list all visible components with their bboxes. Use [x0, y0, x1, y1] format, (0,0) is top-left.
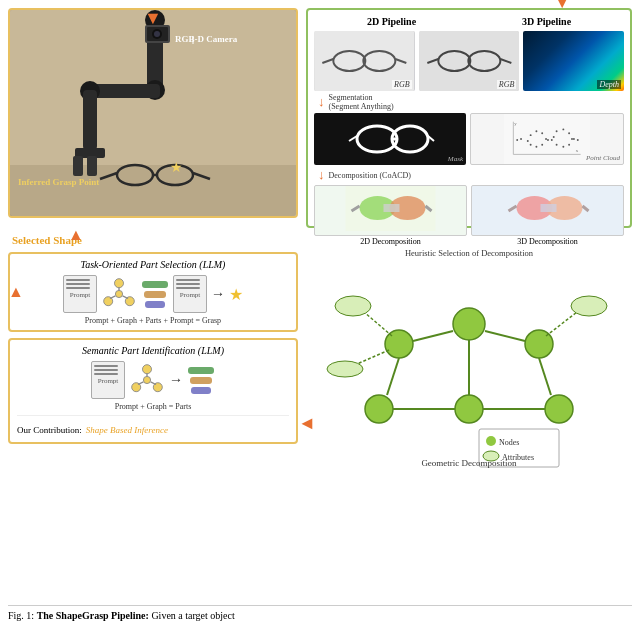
svg-point-61 [547, 139, 549, 141]
prompt-lines-2 [176, 279, 204, 289]
prompt-line [176, 283, 200, 285]
left-panels: ▲ Selected Shape ▲ Task-Oriented Part Se… [8, 234, 298, 524]
svg-text:Inferred Grasp Point: Inferred Grasp Point [18, 177, 99, 187]
svg-point-95 [453, 308, 485, 340]
task-parts-icon [141, 276, 169, 312]
part-bar-3 [145, 301, 165, 308]
svg-point-49 [545, 138, 547, 140]
semantic-prompt-lines [94, 365, 122, 375]
mask-cloud-row: Mask [314, 113, 624, 165]
svg-point-64 [516, 139, 518, 141]
svg-line-112 [546, 312, 577, 336]
part-bar-1 [142, 281, 168, 288]
depth-image: Depth [523, 31, 624, 91]
svg-point-57 [571, 138, 573, 140]
svg-line-110 [357, 350, 389, 364]
fig-bold-title: The ShapeGrasp Pipeline: [37, 610, 149, 621]
sem-part-bar-3 [191, 387, 211, 394]
svg-point-88 [143, 365, 152, 374]
task-graph-icon [101, 276, 137, 312]
svg-point-58 [568, 144, 570, 146]
svg-rect-72 [384, 204, 400, 212]
contribution-italic: Shape Based Inference [86, 425, 168, 435]
segmentation-row: ↓ Segmentation (Segment Anything) [314, 93, 624, 111]
svg-point-56 [568, 132, 570, 134]
prompt-line [66, 287, 90, 289]
svg-rect-7 [83, 90, 97, 150]
semantic-prompt-card: Prompt [91, 361, 125, 399]
main-container: ★ Inferred Grasp Point RGB-D Camera ▼ ▼ … [0, 0, 640, 625]
svg-point-46 [530, 134, 532, 136]
svg-line-105 [539, 358, 551, 395]
point-cloud-image: x y Point Cloud [470, 113, 624, 165]
svg-text:RGB-D Camera: RGB-D Camera [175, 34, 238, 44]
semantic-prompt-text: Prompt [94, 377, 122, 385]
svg-point-60 [556, 144, 558, 146]
svg-rect-0 [10, 165, 298, 218]
contribution-text: Our Contribution: [17, 425, 82, 435]
svg-line-102 [485, 331, 525, 341]
prompt-line [66, 283, 90, 285]
rgb-3d-label: RGB [497, 80, 517, 89]
left-orange-arrow: ◄ [298, 413, 316, 434]
svg-point-109 [335, 296, 371, 316]
svg-point-63 [520, 138, 522, 140]
svg-point-45 [527, 140, 529, 142]
sem-part-bar-1 [188, 367, 214, 374]
selected-shape-row: ▲ Selected Shape [8, 234, 298, 246]
up-arrow: ▲ [68, 226, 84, 244]
semantic-panel-content: Prompt → [17, 361, 289, 399]
depth-label: Depth [597, 80, 621, 89]
prompt-line [94, 365, 118, 367]
mask-image: Mask [314, 113, 466, 165]
decomp-arrow-row: ↓ Decomposition (CoACD) [314, 167, 624, 183]
pipeline-header: 2D Pipeline 3D Pipeline [314, 16, 624, 27]
rgb-images-row: RGB RGB Depth [314, 31, 624, 91]
svg-point-113 [571, 296, 607, 316]
contribution-row: Our Contribution: Shape Based Inference [17, 415, 289, 437]
svg-point-62 [551, 139, 553, 141]
semantic-parts-icon [187, 362, 215, 398]
svg-text:Nodes: Nodes [499, 438, 519, 447]
decomp-arrow: ↓ [318, 167, 325, 183]
svg-point-111 [327, 361, 363, 377]
decomp-3d-svg [472, 186, 623, 231]
svg-point-65 [573, 138, 575, 140]
svg-point-97 [525, 330, 553, 358]
svg-point-99 [455, 395, 483, 423]
svg-point-96 [385, 330, 413, 358]
svg-point-59 [562, 146, 564, 148]
rgb-image-2d: RGB [314, 31, 415, 91]
semantic-panel: Semantic Part Identification (LLM) Promp… [8, 338, 298, 444]
sem-part-bar-2 [190, 377, 212, 384]
svg-rect-9 [73, 156, 83, 176]
prompt-text-1: Prompt [66, 291, 94, 299]
top-section: ★ Inferred Grasp Point RGB-D Camera ▼ ▼ … [8, 8, 632, 228]
svg-text:Geometric Decomposition: Geometric Decomposition [421, 458, 517, 468]
decomp-2d-image [314, 185, 467, 236]
seg-arrow: ↓ [318, 94, 325, 110]
prompt-line [176, 279, 200, 281]
orange-arrow-top: ▼ [144, 8, 162, 29]
seg-label: Segmentation (Segment Anything) [329, 93, 394, 111]
svg-point-98 [365, 395, 393, 423]
task-panel: ▲ Task-Oriented Part Selection (LLM) Pro… [8, 252, 298, 332]
fig-caption: Fig. 1: The ShapeGrasp Pipeline: Given a… [8, 605, 632, 623]
svg-point-52 [530, 144, 532, 146]
svg-point-47 [535, 130, 537, 132]
decomp-3d-image [471, 185, 624, 236]
prompt-text-2: Prompt [176, 291, 204, 299]
cloud-label: Point Cloud [586, 154, 620, 162]
prompt-line [94, 369, 118, 371]
geo-decomp-svg: Nodes Attributes Geometric Decomposition [306, 234, 632, 474]
robot-image-box: ★ Inferred Grasp Point RGB-D Camera ▼ [8, 8, 298, 218]
svg-point-48 [541, 132, 543, 134]
mask-label: Mask [448, 155, 463, 163]
task-left-arrow: ▲ [8, 283, 24, 301]
decomp-2d-svg [315, 186, 466, 231]
semantic-graph-icon [129, 362, 165, 398]
prompt-line [176, 287, 200, 289]
bottom-section: ▲ Selected Shape ▲ Task-Oriented Part Se… [8, 234, 632, 524]
svg-point-100 [545, 395, 573, 423]
svg-line-108 [364, 312, 392, 336]
